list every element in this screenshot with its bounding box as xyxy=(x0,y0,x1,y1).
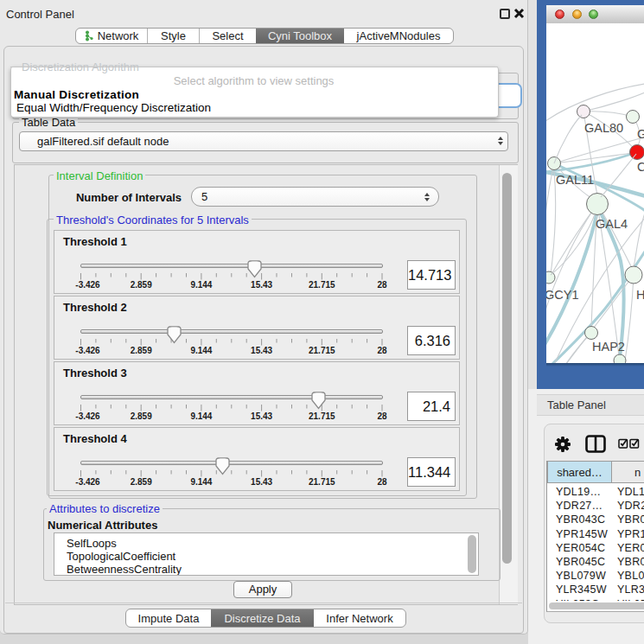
svg-text:GA: GA xyxy=(637,127,644,141)
svg-text:HAP2: HAP2 xyxy=(592,340,625,354)
svg-text:C: C xyxy=(637,160,644,174)
svg-text:GCY1: GCY1 xyxy=(546,288,579,302)
svg-text:GAL80: GAL80 xyxy=(584,121,623,135)
svg-text:GAL4: GAL4 xyxy=(596,217,628,231)
svg-text:H: H xyxy=(636,288,644,302)
svg-text:GAL11: GAL11 xyxy=(556,173,594,187)
